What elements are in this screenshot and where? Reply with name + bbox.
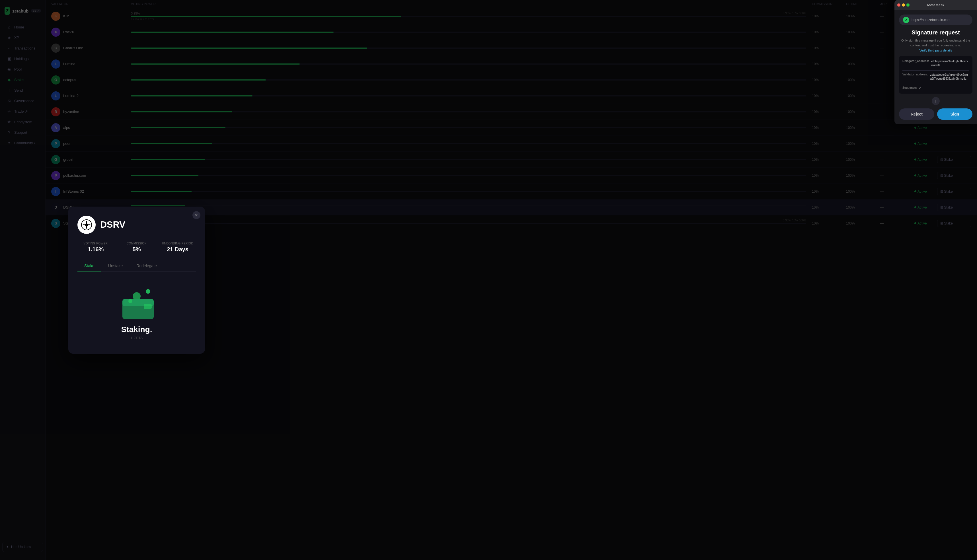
mm-scroll-down-icon[interactable]: ↓ — [932, 97, 940, 105]
svg-point-2 — [146, 289, 150, 294]
modal-tabs: Stake Unstake Redelegate — [77, 261, 196, 272]
staking-modal: ✕ DSRV VOTING POWER 1.16% COMMISSION 5% — [68, 207, 205, 354]
mm-verify-link[interactable]: Verify third-party details — [899, 49, 972, 52]
mm-sequence-label: Sequence: — [902, 86, 917, 90]
svg-rect-6 — [144, 304, 152, 309]
mm-window-controls — [897, 3, 910, 7]
svg-point-1 — [85, 223, 88, 226]
modal-header: DSRV — [77, 216, 196, 234]
mm-url-icon: Z — [903, 17, 909, 23]
mm-url-text: https://hub.zetachain.com — [912, 18, 950, 22]
modal-stats: VOTING POWER 1.16% COMMISSION 5% UNBONDI… — [77, 242, 196, 253]
unbonding-value: 21 Days — [167, 246, 189, 253]
tab-unstake[interactable]: Unstake — [101, 261, 130, 272]
modal-validator-icon — [77, 216, 96, 234]
mm-titlebar: MetaMask — [894, 0, 977, 10]
mm-description: Only sign this message if you fully unde… — [899, 38, 972, 48]
tab-stake[interactable]: Stake — [77, 261, 101, 272]
mm-delegator-row: Delegator_address: etpfmpmwm29rvdqqh807w… — [902, 60, 969, 67]
mm-reject-button[interactable]: Reject — [899, 108, 934, 120]
modal-close-button[interactable]: ✕ — [192, 211, 200, 219]
mm-minimize-dot[interactable] — [902, 3, 905, 7]
unbonding-label: UNBONDING PERIOD — [162, 242, 193, 245]
mm-title: MetaMask — [927, 3, 944, 7]
voting-power-label: VOTING POWER — [84, 242, 108, 245]
mm-delegator-value: etpfmpmwm29rvdqqh807wckwade8l — [931, 60, 969, 67]
mm-sequence-row: Sequence: 2 — [902, 86, 969, 90]
mm-scroll-hint: ↓ — [899, 97, 972, 105]
mm-close-dot[interactable] — [897, 3, 900, 7]
staking-text: Staking. — [121, 325, 152, 334]
mm-url-bar: Z https://hub.zetachain.com — [899, 15, 972, 25]
modal-validator-name: DSRV — [100, 219, 125, 230]
staking-illustration: Staking. 1 ZETA — [77, 280, 196, 345]
mm-actions: Reject Sign — [899, 108, 972, 120]
tab-redelegate[interactable]: Redelegate — [130, 261, 164, 272]
stat-voting-power: VOTING POWER 1.16% — [77, 242, 114, 253]
mm-body: Z https://hub.zetachain.com Signature re… — [894, 10, 977, 124]
commission-label: COMMISSION — [127, 242, 147, 245]
mm-heading: Signature request — [899, 29, 972, 36]
mm-maximize-dot[interactable] — [907, 3, 910, 7]
mm-sequence-value: 2 — [919, 86, 969, 90]
svg-point-7 — [129, 299, 132, 303]
modal-overlay[interactable]: ✕ DSRV VOTING POWER 1.16% COMMISSION 5% — [0, 0, 977, 560]
stat-commission: COMMISSION 5% — [119, 242, 155, 253]
mm-delegator-label: Delegator_address: — [902, 60, 929, 67]
mm-validator-value: zetavaloper1txfmxp4d9dc9wqa2f7wvqed9635z… — [930, 73, 969, 81]
mm-sign-button[interactable]: Sign — [937, 108, 972, 120]
svg-point-3 — [133, 292, 140, 300]
stat-unbonding: UNBONDING PERIOD 21 Days — [159, 242, 196, 253]
voting-power-value: 1.16% — [88, 246, 104, 253]
staking-amount: 1 ZETA — [130, 336, 143, 340]
wallet-illustration — [111, 286, 162, 320]
commission-value: 5% — [133, 246, 141, 253]
metamask-panel: MetaMask Z https://hub.zetachain.com Sig… — [894, 0, 977, 124]
mm-data-box: Delegator_address: etpfmpmwm29rvdqqh807w… — [899, 56, 972, 93]
mm-validator-row: Validator_address: zetavaloper1txfmxp4d9… — [902, 73, 969, 81]
mm-validator-label: Validator_address: — [902, 73, 928, 81]
